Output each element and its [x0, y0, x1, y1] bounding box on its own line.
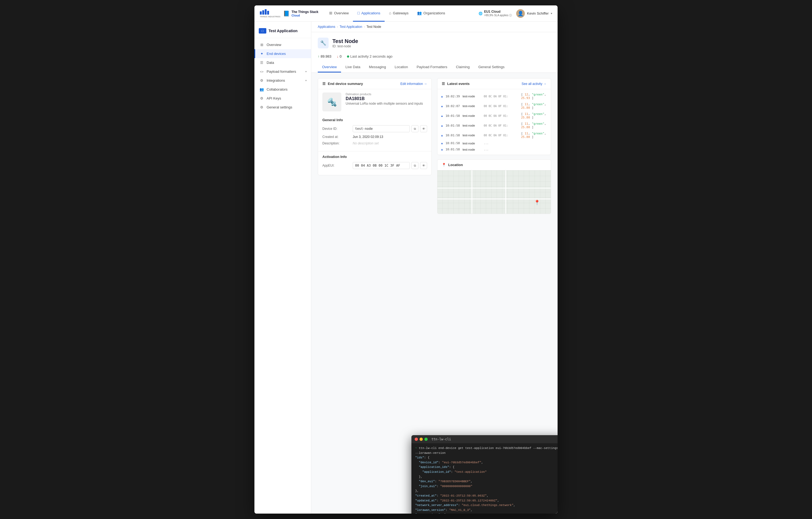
- breadcrumb-test-application[interactable]: Test Application: [340, 25, 362, 29]
- book-icon: 📘: [283, 10, 290, 17]
- device-id: ID: test-node: [332, 44, 358, 48]
- activation-info-section: Activation Info AppEUI: ⧉ 👁: [318, 151, 431, 175]
- sidebar-item-integrations[interactable]: ⚙ Integrations ▾: [255, 76, 311, 85]
- tab-live-data[interactable]: Live Data: [341, 62, 365, 72]
- app-eui-label: AppEUI:: [322, 164, 349, 167]
- event-row: ▲ 10:01:58 test-node ...: [437, 140, 551, 146]
- last-activity: Last activity 2 seconds ago: [350, 54, 393, 58]
- event-addr: 00 0C 0A 0F 01:: [484, 114, 519, 117]
- event-time: 10:01:58: [445, 142, 460, 145]
- event-node: test-node: [463, 142, 482, 145]
- nav-gateways-label: Gateways: [393, 11, 408, 15]
- sidebar-item-api-keys[interactable]: ⚙ API Keys: [255, 94, 311, 103]
- breadcrumb-applications[interactable]: Applications: [318, 25, 336, 29]
- sidebar-integrations-label: Integrations: [267, 79, 285, 83]
- topbar-right: 🌐 EU1 Cloud >99,9% SLA applies ⓘ 👤 Kevin…: [478, 9, 552, 18]
- tab-claiming[interactable]: Claiming: [452, 62, 474, 72]
- sidebar-end-devices-label: End devices: [267, 52, 286, 56]
- down-arrow-icon: ↓: [337, 54, 339, 58]
- edit-information-link[interactable]: Edit information →: [400, 82, 427, 86]
- view-app-eui-button[interactable]: 👁: [420, 162, 427, 169]
- event-row: ▲ 10:02:07 test-node 00 0C 0A 0F 01: [ 1…: [437, 101, 551, 111]
- device-id-input[interactable]: [353, 125, 410, 132]
- event-data: [ 12, "green", 25.93 ]: [521, 93, 548, 100]
- output-line: "device_id": [419, 461, 438, 464]
- brand-label: THINGS INDUSTRIES: [260, 16, 281, 18]
- api-keys-icon: ⚙: [260, 96, 264, 100]
- view-device-id-button[interactable]: 👁: [420, 125, 427, 132]
- breadcrumb-sep-2: ›: [364, 25, 365, 29]
- event-node: test-node: [463, 95, 482, 98]
- nav-applications[interactable]: □ Applications: [353, 5, 385, 22]
- sidebar-item-collaborators[interactable]: 👥 Collaborators: [255, 85, 311, 94]
- tab-messaging[interactable]: Messaging: [365, 62, 390, 72]
- general-info-section: General Info Device ID: ⧉ 👁 Creat: [318, 115, 431, 151]
- sidebar-item-data[interactable]: ☰ Data: [255, 58, 311, 67]
- events-title-text: Latest events: [447, 82, 470, 86]
- see-all-activity-link[interactable]: See all activity →: [522, 82, 547, 86]
- event-arrow-icon: ▲: [441, 95, 443, 98]
- event-addr: ...: [484, 148, 519, 151]
- app-eui-input[interactable]: [353, 162, 410, 169]
- collaborators-icon: 👥: [260, 87, 264, 91]
- logo-bar-3: [265, 9, 267, 14]
- sidebar-data-label: Data: [267, 61, 274, 65]
- downlink-count: 0: [340, 54, 342, 58]
- event-time: 10:02:07: [445, 104, 460, 108]
- terminal-window: ttn-lw-cli ~ ttn-lw-cli end-device get t…: [411, 435, 557, 514]
- event-node: test-node: [463, 104, 482, 108]
- device-summary-card: ☰ End device summary Edit information → …: [318, 78, 432, 175]
- gateways-icon: ⌂: [389, 11, 391, 15]
- product-info: Delmation products DA1801B Universal LoR…: [346, 92, 427, 105]
- device-id-row: Device ID: ⧉ 👁: [322, 125, 427, 132]
- product-hardware-icon: 🔩: [327, 97, 337, 107]
- terminal-body: ~ ttn-lw-cli end-device get test-applica…: [411, 443, 557, 514]
- sidebar-item-overview[interactable]: ⊞ Overview: [255, 40, 311, 49]
- event-time: 10:01:58: [445, 133, 460, 137]
- nav-organizations-label: Organizations: [423, 11, 445, 15]
- terminal-close-button[interactable]: [415, 437, 418, 441]
- event-arrow-icon: ▲: [441, 105, 443, 108]
- tab-general-settings[interactable]: General Settings: [474, 62, 509, 72]
- created-at-row: Created at: Jun 3, 2020 02:09:13: [322, 135, 427, 139]
- logo-bar-4: [267, 11, 269, 14]
- user-menu[interactable]: 👤 Kevin Schiffer ▾: [516, 9, 552, 18]
- device-icon-box: 🔧: [318, 38, 328, 49]
- event-data: [ 11, "green", 25.80 ]: [521, 102, 548, 110]
- tab-payload-formatters[interactable]: Payload Formatters: [412, 62, 452, 72]
- applications-icon: □: [357, 11, 359, 15]
- terminal-minimize-button[interactable]: [419, 437, 423, 441]
- terminal-maximize-button[interactable]: [425, 437, 428, 441]
- device-tabs: Overview Live Data Messaging Location Pa…: [318, 62, 551, 72]
- event-node: test-node: [463, 148, 482, 151]
- event-arrow-icon: ▲: [441, 124, 443, 127]
- summary-title-text: End device summary: [328, 82, 363, 86]
- sidebar-api-keys-label: API Keys: [267, 96, 281, 100]
- left-column: ☰ End device summary Edit information → …: [318, 78, 432, 214]
- sidebar-item-end-devices[interactable]: ✦ End devices: [255, 49, 311, 58]
- map-road-horizontal-2: [437, 199, 551, 199]
- location-card-header: 📍 Location: [437, 159, 551, 171]
- nav-organizations[interactable]: 👥 Organizations: [413, 5, 449, 22]
- copy-app-eui-button[interactable]: ⧉: [411, 162, 418, 169]
- product-name: DA1801B: [346, 96, 427, 101]
- nav-overview[interactable]: ⊞ Overview: [325, 5, 353, 22]
- sidebar-item-payload-formatters[interactable]: <> Payload formatters ▾: [255, 67, 311, 76]
- device-stats: ↑ 89.983 ↓ 0 Last activity 2 seconds ago: [318, 52, 551, 62]
- sidebar-app-name: Test Application: [268, 29, 297, 33]
- nav-gateways[interactable]: ⌂ Gateways: [385, 5, 413, 22]
- tab-overview[interactable]: Overview: [318, 62, 341, 72]
- events-list: ▲ 10:02:39 test-node 00 0C 0A 0F 01: [ 1…: [437, 89, 551, 155]
- created-at-value: Jun 3, 2020 02:09:13: [353, 135, 427, 139]
- device-title-info: Test Node ID: test-node: [332, 38, 358, 48]
- location-map: 📍: [437, 171, 551, 214]
- sidebar-item-general-settings[interactable]: ⚙ General settings: [255, 103, 311, 112]
- created-at-label: Created at:: [322, 135, 349, 139]
- product-image: 🔩: [322, 92, 341, 112]
- event-addr: ...: [484, 142, 519, 145]
- location-title-text: Location: [448, 163, 463, 167]
- copy-device-id-button[interactable]: ⧉: [411, 125, 418, 132]
- tab-location[interactable]: Location: [390, 62, 412, 72]
- app-eui-row: AppEUI: ⧉ 👁: [322, 162, 427, 169]
- device-product: 🔩 Delmation products DA1801B Universal L…: [318, 89, 431, 115]
